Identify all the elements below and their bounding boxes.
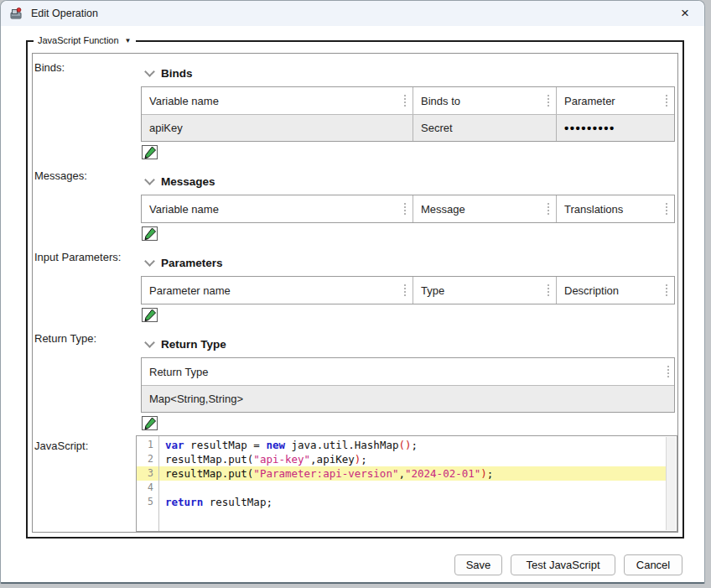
code-text: resultMap.put("Parameter:api-version","2… — [158, 466, 493, 481]
cancel-button[interactable]: Cancel — [624, 554, 682, 575]
section-parameters: Input Parameters:ParametersParameter nam… — [34, 251, 676, 322]
column-menu-icon[interactable] — [546, 92, 551, 109]
line-number: 3 — [137, 466, 158, 481]
editor-scrollbar[interactable] — [666, 437, 676, 530]
column-header[interactable]: Return Type — [142, 358, 676, 385]
column-label: Variable name — [149, 203, 402, 216]
section-content-binds: BindsVariable nameBinds toParameterapiKe… — [141, 61, 676, 159]
table-cell: ••••••••• — [557, 115, 674, 141]
column-label: Variable name — [149, 95, 402, 107]
line-number: 4 — [137, 481, 158, 495]
column-header[interactable]: Variable name — [142, 87, 413, 114]
section-content-return-type: Return TypeReturn TypeMap<String,String> — [141, 332, 676, 430]
table-row[interactable]: apiKeySecret••••••••• — [142, 114, 674, 141]
table-cell: Map<String,String> — [142, 386, 676, 412]
groupbox-label-text: JavaScript Function — [38, 34, 119, 47]
code-text: return resultMap; — [158, 495, 272, 509]
section-title: Binds — [161, 67, 193, 80]
field-label-binds: Binds: — [34, 61, 141, 159]
chevron-down-icon — [144, 174, 155, 185]
column-menu-icon[interactable] — [664, 92, 669, 109]
column-menu-icon[interactable] — [664, 282, 669, 299]
section-header-parameters[interactable]: Parameters — [146, 256, 676, 269]
section-title: Return Type — [161, 338, 226, 351]
column-menu-icon[interactable] — [666, 363, 671, 380]
save-button[interactable]: Save — [454, 554, 502, 575]
column-header[interactable]: Parameter — [557, 87, 674, 114]
edit-table-button[interactable] — [142, 226, 158, 241]
code-line: 5return resultMap; — [137, 495, 666, 509]
edit-operation-dialog: Edit Operation × JavaScript Function ▼ B… — [0, 0, 705, 584]
field-label-javascript: JavaScript: — [34, 440, 88, 452]
close-button[interactable]: × — [672, 3, 698, 23]
column-menu-icon[interactable] — [402, 200, 407, 217]
section-header-return-type[interactable]: Return Type — [146, 337, 676, 351]
column-label: Return Type — [149, 366, 666, 378]
gutter-separator — [158, 436, 159, 531]
column-label: Binds to — [421, 95, 546, 107]
table-parameters: Parameter nameTypeDescription — [141, 276, 675, 304]
column-header[interactable]: Message — [413, 195, 557, 222]
code-text: resultMap.put("api-key",apiKey); — [158, 452, 367, 466]
edit-table-button[interactable] — [142, 416, 158, 430]
table-binds: Variable nameBinds toParameterapiKeySecr… — [141, 86, 675, 142]
table-return-type: Return TypeMap<String,String> — [141, 357, 675, 413]
table-header-row: Variable nameBinds toParameter — [142, 87, 674, 114]
line-number: 2 — [137, 452, 158, 466]
title-bar: Edit Operation × — [1, 1, 704, 26]
column-menu-icon[interactable] — [546, 282, 551, 299]
table-messages: Variable nameMessageTranslations — [141, 195, 675, 223]
code-line: 3resultMap.put("Parameter:api-version","… — [137, 466, 666, 481]
line-number: 1 — [137, 438, 158, 452]
column-menu-icon[interactable] — [546, 200, 551, 217]
section-messages: Messages:MessagesVariable nameMessageTra… — [34, 169, 676, 241]
column-header[interactable]: Parameter name — [142, 277, 413, 304]
edit-table-button[interactable] — [142, 308, 158, 322]
table-cell: Secret — [413, 115, 557, 141]
code-lines: 1var resultMap = new java.util.HashMap()… — [137, 438, 666, 509]
column-header[interactable]: Binds to — [413, 87, 557, 114]
code-text — [158, 481, 165, 495]
column-menu-icon[interactable] — [402, 92, 407, 109]
javascript-editor[interactable]: 1var resultMap = new java.util.HashMap()… — [136, 435, 677, 532]
chevron-down-icon — [144, 337, 155, 348]
column-label: Parameter name — [149, 284, 402, 297]
column-label: Message — [421, 203, 546, 216]
test-javascript-button[interactable]: Test JavaScript — [511, 554, 615, 575]
chevron-down-icon — [144, 66, 155, 77]
column-label: Translations — [564, 203, 664, 216]
code-text: var resultMap = new java.util.HashMap(); — [158, 438, 418, 452]
edit-table-button[interactable] — [142, 145, 158, 159]
column-header[interactable]: Type — [413, 277, 557, 304]
chevron-down-icon — [144, 256, 155, 267]
section-content-messages: MessagesVariable nameMessageTranslations — [141, 169, 676, 241]
table-header-row: Variable nameMessageTranslations — [142, 195, 674, 222]
column-label: Description — [564, 284, 664, 297]
column-header[interactable]: Translations — [557, 195, 674, 222]
code-line: 2resultMap.put("api-key",apiKey); — [137, 452, 666, 466]
field-label-messages: Messages: — [34, 169, 141, 241]
app-icon — [9, 7, 23, 21]
code-line: 4 — [137, 481, 666, 495]
window-title: Edit Operation — [31, 8, 98, 19]
table-header-row: Parameter nameTypeDescription — [142, 277, 674, 304]
dropdown-arrow-icon[interactable]: ▼ — [125, 34, 132, 47]
field-label-return-type: Return Type: — [34, 332, 141, 430]
column-menu-icon[interactable] — [402, 282, 407, 299]
table-cell: apiKey — [142, 115, 413, 141]
code-line: 1var resultMap = new java.util.HashMap()… — [137, 438, 666, 452]
section-header-messages[interactable]: Messages — [146, 174, 676, 188]
section-header-binds[interactable]: Binds — [146, 66, 676, 80]
line-number: 5 — [137, 495, 158, 509]
table-header-row: Return Type — [142, 358, 674, 385]
groupbox-label: JavaScript Function ▼ — [34, 34, 136, 47]
section-content-parameters: ParametersParameter nameTypeDescription — [141, 251, 676, 322]
section-binds: Binds:BindsVariable nameBinds toParamete… — [34, 61, 676, 159]
field-label-parameters: Input Parameters: — [34, 251, 141, 322]
column-header[interactable]: Variable name — [142, 195, 413, 222]
section-title: Messages — [161, 175, 215, 188]
column-label: Type — [421, 284, 546, 297]
column-header[interactable]: Description — [557, 277, 674, 304]
column-menu-icon[interactable] — [664, 200, 669, 217]
table-row[interactable]: Map<String,String> — [142, 385, 674, 412]
